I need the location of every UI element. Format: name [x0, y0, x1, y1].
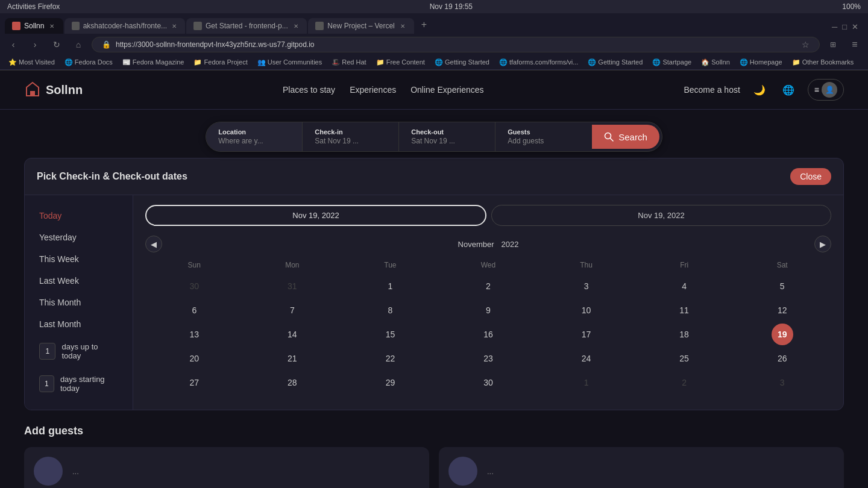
cal-day-1[interactable]: 1	[379, 275, 401, 297]
address-input[interactable]: 🔒 https://3000-sollnn-frontendpvt-lnx43y…	[92, 37, 820, 52]
cal-day-17[interactable]: 17	[576, 324, 597, 345]
cal-day-20[interactable]: 20	[183, 348, 205, 369]
cal-day-22[interactable]: 22	[379, 348, 401, 369]
guest-info-1: ...	[72, 467, 79, 476]
cal-day-9[interactable]: 9	[477, 299, 499, 321]
cal-day-5[interactable]: 5	[772, 275, 793, 297]
checkin-field[interactable]: Check-in Sat Nov 19 ...	[303, 122, 399, 151]
nav-online-experiences[interactable]: Online Experiences	[410, 85, 483, 95]
reload-btn[interactable]: ↻	[48, 36, 65, 53]
cal-week-5: 27 28 29 30 1 2 3	[145, 371, 831, 395]
tab-close-sollnn[interactable]: ✕	[48, 22, 56, 30]
cal-day-11[interactable]: 11	[673, 299, 695, 321]
tab-bar: Sollnn ✕ akshatcoder-hash/fronte... ✕ Ge…	[0, 13, 868, 34]
cal-day-28[interactable]: 28	[281, 372, 303, 393]
bookmark-getting-started[interactable]: 🌐 Getting Started	[431, 57, 493, 67]
nav-experiences[interactable]: Experiences	[350, 85, 396, 95]
bookmark-sollnn[interactable]: 🏠 Sollnn	[697, 57, 734, 67]
language-btn[interactable]: 🌐	[779, 80, 798, 99]
location-field[interactable]: Location Where are y...	[206, 122, 303, 151]
close-browser-btn[interactable]: ✕	[852, 22, 858, 31]
guest-info-2: ...	[487, 467, 494, 476]
cal-day-2[interactable]: 2	[477, 275, 499, 297]
cal-day-15[interactable]: 15	[379, 324, 401, 345]
tab-akshat[interactable]: akshatcoder-hash/fronte... ✕	[64, 18, 185, 34]
dark-mode-btn[interactable]: 🌙	[750, 80, 769, 99]
minimize-btn[interactable]: ─	[832, 22, 837, 31]
cal-day-27[interactable]: 27	[183, 372, 205, 393]
cal-day-7[interactable]: 7	[281, 299, 303, 321]
cal-day-4[interactable]: 4	[673, 275, 695, 297]
close-picker-btn[interactable]: Close	[790, 168, 831, 185]
bookmark-tfa[interactable]: 🌐 tfaforms.com/forms/vi...	[495, 57, 582, 67]
cal-day-10[interactable]: 10	[576, 299, 597, 321]
bookmark-user-communities[interactable]: 👥 User Communities	[254, 57, 326, 67]
tab-sollnn[interactable]: Sollnn ✕	[5, 18, 63, 34]
menu-btn[interactable]: ≡	[846, 36, 863, 53]
quick-last-week[interactable]: Last Week	[25, 270, 133, 292]
tab-newproject[interactable]: New Project – Vercel ✕	[308, 18, 414, 34]
cal-day-21[interactable]: 21	[281, 348, 303, 369]
app-logo[interactable]: Sollnn	[24, 81, 83, 98]
custom-days-up-input[interactable]: 1	[39, 343, 55, 360]
cal-day-8[interactable]: 8	[379, 299, 401, 321]
activities-label[interactable]: Activities Firefox	[7, 2, 60, 11]
new-tab-btn[interactable]: +	[415, 16, 433, 34]
nav-right: Become a host 🌙 🌐 ≡ 👤	[684, 79, 844, 101]
cal-day-19-today[interactable]: 19	[772, 324, 793, 345]
menu-profile-btn[interactable]: ≡ 👤	[808, 79, 844, 101]
cal-day-18[interactable]: 18	[673, 324, 695, 345]
date-tab-to[interactable]: Nov 19, 2022	[491, 205, 831, 226]
nav-places-to-stay[interactable]: Places to stay	[283, 85, 335, 95]
cal-day-26[interactable]: 26	[772, 348, 793, 369]
bookmark-startpage[interactable]: 🌐 Startpage	[649, 57, 695, 67]
quick-this-month[interactable]: This Month	[25, 292, 133, 313]
bookmark-fedora-magazine[interactable]: 📰 Fedora Magazine	[119, 57, 188, 67]
guests-field[interactable]: Guests Add guests	[495, 122, 592, 151]
cal-day-12[interactable]: 12	[772, 299, 793, 321]
cal-day-3[interactable]: 3	[576, 275, 597, 297]
forward-btn[interactable]: ›	[27, 36, 43, 53]
cal-week-2: 6 7 8 9 10 11 12	[145, 298, 831, 322]
tab-close-getstarted[interactable]: ✕	[292, 22, 300, 30]
bookmark-free-content[interactable]: 📁 Free Content	[373, 57, 429, 67]
tab-close-newproject[interactable]: ✕	[398, 22, 407, 30]
cal-day-13[interactable]: 13	[183, 324, 205, 345]
bookmark-homepage[interactable]: 🌐 Homepage	[736, 57, 786, 67]
cal-day-6[interactable]: 6	[183, 299, 205, 321]
cal-next-btn[interactable]: ▶	[814, 236, 831, 252]
quick-today[interactable]: Today	[25, 205, 133, 227]
bookmark-getting-started2[interactable]: 🌐 Getting Started	[584, 57, 646, 67]
quick-this-week[interactable]: This Week	[25, 248, 133, 270]
back-btn[interactable]: ‹	[5, 36, 22, 53]
cal-day-14[interactable]: 14	[281, 324, 303, 345]
cal-month-year: November 2022	[458, 240, 519, 249]
quick-yesterday[interactable]: Yesterday	[25, 227, 133, 248]
tab-getstarted[interactable]: Get Started - frontend-p... ✕	[186, 18, 307, 34]
tab-favicon-sollnn	[12, 22, 20, 30]
cal-day-24[interactable]: 24	[576, 348, 597, 369]
cal-day-25[interactable]: 25	[673, 348, 695, 369]
extensions-btn[interactable]: ⊞	[825, 36, 841, 53]
custom-days-starting-input[interactable]: 1	[39, 375, 54, 392]
maximize-btn[interactable]: □	[842, 22, 847, 31]
become-host-link[interactable]: Become a host	[684, 85, 740, 95]
checkout-field[interactable]: Check-out Sat Nov 19 ...	[399, 122, 495, 151]
cal-day-29[interactable]: 29	[379, 372, 401, 393]
search-button[interactable]: Search	[592, 125, 659, 149]
cal-day-16[interactable]: 16	[477, 324, 499, 345]
bookmark-most-visited[interactable]: ⭐ Most Visited	[5, 57, 58, 67]
bookmark-other[interactable]: 📁 Other Bookmarks	[788, 57, 858, 67]
bookmark-fedora-project[interactable]: 📁 Fedora Project	[190, 57, 251, 67]
bookmark-red-hat[interactable]: 🎩 Red Hat	[328, 57, 370, 67]
cal-day-30[interactable]: 30	[477, 372, 499, 393]
cal-day-23[interactable]: 23	[477, 348, 499, 369]
home-btn[interactable]: ⌂	[70, 36, 87, 53]
tab-close-akshat[interactable]: ✕	[171, 22, 178, 30]
date-tab-from[interactable]: Nov 19, 2022	[145, 205, 486, 226]
cal-prev-btn[interactable]: ◀	[145, 236, 162, 252]
day-header-wed: Wed	[439, 258, 538, 272]
bookmark-star-icon[interactable]: ☆	[802, 40, 810, 49]
bookmark-fedora-docs[interactable]: 🌐 Fedora Docs	[61, 57, 116, 67]
quick-last-month[interactable]: Last Month	[25, 313, 133, 335]
